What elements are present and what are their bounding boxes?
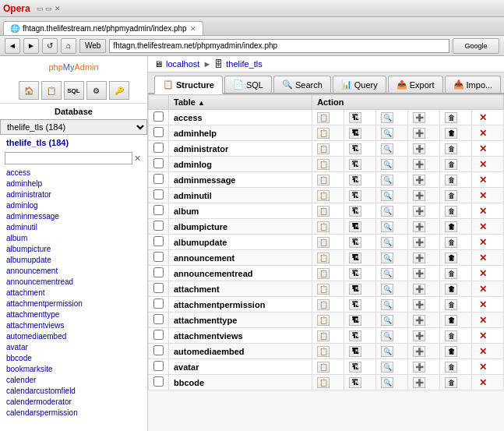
structure-icon[interactable]: 🏗: [349, 299, 361, 310]
action-structure[interactable]: 🏗: [344, 219, 376, 235]
row-checkbox[interactable]: [153, 158, 164, 168]
action-browse[interactable]: 📋: [312, 235, 344, 250]
action-drop[interactable]: ✕: [472, 250, 504, 266]
sidebar-table-item[interactable]: calendarspermission: [6, 408, 141, 419]
action-insert[interactable]: ➕: [408, 250, 440, 266]
table-name[interactable]: attachmentviews: [174, 331, 243, 341]
action-drop[interactable]: ✕: [472, 266, 504, 281]
row-checkbox[interactable]: [153, 252, 164, 262]
drop-icon[interactable]: ✕: [477, 159, 489, 170]
sidebar-table-item[interactable]: administrator: [6, 189, 141, 200]
action-browse[interactable]: 📋: [312, 188, 344, 203]
action-browse[interactable]: 📋: [312, 219, 344, 235]
structure-icon[interactable]: 🏗: [349, 221, 361, 232]
table-name[interactable]: adminlog: [174, 160, 212, 169]
search-row-icon[interactable]: 🔍: [381, 377, 393, 388]
browse-icon[interactable]: 📋: [317, 112, 330, 123]
browse-icon[interactable]: 📋: [317, 206, 330, 217]
empty-icon[interactable]: 🗑: [445, 268, 457, 279]
sidebar-table-item[interactable]: calendarcustomfield: [6, 386, 141, 397]
drop-icon[interactable]: ✕: [477, 175, 489, 185]
empty-icon[interactable]: 🗑: [445, 143, 457, 154]
structure-icon[interactable]: 🏗: [349, 268, 361, 279]
action-insert[interactable]: ➕: [408, 203, 440, 219]
action-insert[interactable]: ➕: [408, 297, 440, 313]
action-empty[interactable]: 🗑: [440, 266, 472, 281]
action-drop[interactable]: ✕: [472, 188, 504, 203]
empty-icon[interactable]: 🗑: [445, 206, 457, 217]
empty-icon[interactable]: 🗑: [445, 299, 457, 310]
action-structure[interactable]: 🏗: [344, 203, 376, 219]
breadcrumb-db-link[interactable]: thelife_tls: [226, 59, 262, 69]
search-row-icon[interactable]: 🔍: [381, 253, 393, 263]
insert-icon[interactable]: ➕: [413, 299, 425, 310]
action-drop[interactable]: ✕: [472, 235, 504, 250]
action-insert[interactable]: ➕: [408, 172, 440, 188]
search-row-icon[interactable]: 🔍: [381, 175, 393, 185]
action-empty[interactable]: 🗑: [440, 297, 472, 313]
row-checkbox[interactable]: [153, 127, 164, 137]
action-empty[interactable]: 🗑: [440, 141, 472, 157]
sidebar-table-item[interactable]: automediaembed: [6, 331, 141, 342]
browser-tab[interactable]: 🌐 fhtagn.thelifestream.net/phpmyadmin/in…: [3, 21, 203, 35]
action-browse[interactable]: 📋: [312, 172, 344, 188]
sidebar-table-item[interactable]: albumpicture: [6, 244, 141, 255]
action-drop[interactable]: ✕: [472, 328, 504, 344]
tab-close-icon[interactable]: ✕: [190, 25, 196, 33]
action-empty[interactable]: 🗑: [440, 313, 472, 328]
row-checkbox[interactable]: [153, 299, 164, 309]
browse-icon[interactable]: 📋: [317, 159, 330, 170]
action-insert[interactable]: ➕: [408, 266, 440, 281]
action-structure[interactable]: 🏗: [344, 110, 376, 125]
structure-icon[interactable]: 🏗: [349, 159, 361, 170]
row-checkbox[interactable]: [153, 283, 164, 293]
empty-icon[interactable]: 🗑: [445, 190, 457, 201]
drop-icon[interactable]: ✕: [477, 346, 489, 357]
search-row-icon[interactable]: 🔍: [381, 237, 393, 248]
action-search[interactable]: 🔍: [376, 313, 408, 328]
row-checkbox[interactable]: [153, 361, 164, 371]
insert-icon[interactable]: ➕: [413, 112, 425, 123]
action-drop[interactable]: ✕: [472, 203, 504, 219]
action-search[interactable]: 🔍: [376, 188, 408, 203]
action-structure[interactable]: 🏗: [344, 141, 376, 157]
action-search[interactable]: 🔍: [376, 219, 408, 235]
row-checkbox[interactable]: [153, 143, 164, 153]
table-col-header[interactable]: Table: [169, 95, 312, 110]
action-browse[interactable]: 📋: [312, 141, 344, 157]
browse-icon[interactable]: 📋: [317, 346, 330, 357]
action-structure[interactable]: 🏗: [344, 157, 376, 172]
action-insert[interactable]: ➕: [408, 313, 440, 328]
action-drop[interactable]: ✕: [472, 297, 504, 313]
row-checkbox[interactable]: [153, 174, 164, 184]
action-drop[interactable]: ✕: [472, 141, 504, 157]
table-name[interactable]: administrator: [174, 144, 228, 154]
search-row-icon[interactable]: 🔍: [381, 268, 393, 279]
structure-icon[interactable]: 🏗: [349, 330, 361, 341]
table-name[interactable]: access: [174, 113, 203, 122]
structure-icon[interactable]: 🏗: [349, 143, 361, 154]
action-browse[interactable]: 📋: [312, 250, 344, 266]
search-row-icon[interactable]: 🔍: [381, 330, 393, 341]
action-browse[interactable]: 📋: [312, 281, 344, 297]
insert-icon[interactable]: ➕: [413, 143, 425, 154]
browse-icon[interactable]: 📋: [317, 362, 330, 373]
action-structure[interactable]: 🏗: [344, 328, 376, 344]
sidebar-table-item[interactable]: announcement: [6, 266, 141, 277]
drop-icon[interactable]: ✕: [477, 190, 489, 201]
search-row-icon[interactable]: 🔍: [381, 284, 393, 295]
insert-icon[interactable]: ➕: [413, 377, 425, 388]
action-structure[interactable]: 🏗: [344, 266, 376, 281]
sidebar-search-input[interactable]: [5, 152, 132, 164]
table-name[interactable]: bbcode: [174, 378, 204, 387]
action-structure[interactable]: 🏗: [344, 235, 376, 250]
action-empty[interactable]: 🗑: [440, 110, 472, 125]
action-empty[interactable]: 🗑: [440, 157, 472, 172]
empty-icon[interactable]: 🗑: [445, 159, 457, 170]
action-empty[interactable]: 🗑: [440, 250, 472, 266]
action-structure[interactable]: 🏗: [344, 344, 376, 359]
action-insert[interactable]: ➕: [408, 344, 440, 359]
action-insert[interactable]: ➕: [408, 359, 440, 375]
sidebar-table-item[interactable]: attachmenttype: [6, 309, 141, 320]
browse-icon[interactable]: 📋: [317, 284, 330, 295]
